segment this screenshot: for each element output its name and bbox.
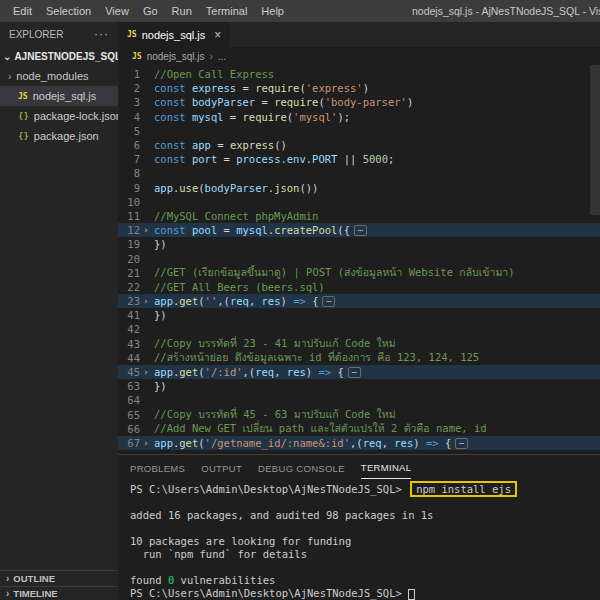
bottom-panel: PROBLEMS OUTPUT DEBUG CONSOLE TERMINAL P…: [118, 454, 600, 600]
gutter: 8: [118, 167, 152, 179]
close-tab-icon[interactable]: ×: [214, 28, 221, 42]
breadcrumb-symbol[interactable]: ...: [218, 51, 226, 62]
code-text: app.get('/getname_id/:name&:id',(req, re…: [152, 437, 468, 450]
outline-section-header[interactable]: › OUTLINE: [0, 570, 118, 586]
explorer-more-actions-icon[interactable]: ···: [94, 27, 109, 41]
explorer-sidebar: EXPLORER ··· ⌄ AJNESTNODEJS_SQL ›node_mo…: [0, 22, 118, 600]
highlight-annotation-box: npm install ejs: [410, 481, 517, 497]
file-item-nodejs_sql.js[interactable]: JSnodejs_sql.js: [0, 86, 118, 106]
file-label: node_modules: [16, 70, 88, 82]
menu-item-go[interactable]: Go: [136, 5, 165, 17]
file-item-node_modules[interactable]: ›node_modules: [0, 66, 118, 86]
chevron-down-icon: ⌄: [3, 51, 11, 62]
gutter: 21: [118, 267, 152, 279]
terminal-line: added 16 packages, and audited 98 packag…: [130, 509, 600, 522]
line-number: 5: [118, 125, 140, 137]
code-text: const bodyParser = require('body-parser'…: [152, 96, 413, 108]
terminal-text: vulnerabilities: [174, 574, 275, 586]
line-number: 22: [118, 281, 140, 293]
workspace-root-folder[interactable]: ⌄ AJNESTNODEJS_SQL: [0, 46, 118, 66]
gutter: 20: [118, 253, 152, 265]
timeline-section-header[interactable]: › TIMELINE: [0, 586, 118, 600]
tab-debug-console[interactable]: DEBUG CONSOLE: [258, 463, 345, 479]
timeline-label: TIMELINE: [13, 588, 57, 599]
gutter: 7: [118, 153, 152, 165]
gutter: 6: [118, 139, 152, 151]
code-line-41: 41}): [118, 308, 600, 322]
line-number: 21: [118, 267, 140, 279]
line-number: 10: [118, 196, 140, 208]
terminal-text: added 16 packages, and audited 98 packag…: [130, 509, 433, 521]
editor-scrollbar-thumb[interactable]: [590, 65, 600, 215]
fold-collapsed-icon[interactable]: ›: [140, 438, 152, 448]
line-number: 2: [118, 82, 140, 94]
menu-item-selection[interactable]: Selection: [39, 5, 98, 17]
gutter: 43: [118, 338, 152, 350]
file-item-package.json[interactable]: {}package.json: [0, 126, 118, 146]
code-line-10: 10: [118, 195, 600, 209]
tab-output[interactable]: OUTPUT: [201, 463, 242, 479]
code-editor[interactable]: 1//Open Call Express2const express = req…: [118, 65, 600, 454]
folded-code-ellipsis[interactable]: ⋯: [354, 225, 367, 236]
folded-code-ellipsis[interactable]: ⋯: [455, 438, 468, 449]
editor-group: JS nodejs_sql.js × JS nodejs_sql.js › ..…: [118, 22, 600, 600]
code-text: //สร้างหน้าย่อย ดึงข้อมูลเฉพาะ id ที่ต้อ…: [152, 349, 479, 366]
code-line-19: 19}): [118, 237, 600, 251]
code-line-66: 66//Add New GET เปลี่ยน path และใส่ตัวแป…: [118, 422, 600, 436]
terminal-cursor: [408, 589, 415, 600]
tab-terminal[interactable]: TERMINAL: [361, 462, 411, 479]
code-line-23: 23›app.get('',(req, res) => {⋯: [118, 294, 600, 308]
fold-collapsed-icon[interactable]: ›: [140, 296, 152, 306]
menu-item-edit[interactable]: Edit: [6, 5, 39, 17]
chevron-right-icon: ›: [6, 573, 9, 584]
js-file-icon: JS: [18, 92, 28, 101]
file-item-package-lock.json[interactable]: {}package-lock.json: [0, 106, 118, 126]
line-number: 3: [118, 96, 140, 108]
terminal-text: PS C:\Users\Admin\Desktop\AjNesTNodeJS_S…: [130, 483, 408, 495]
menu-item-terminal[interactable]: Terminal: [199, 5, 255, 17]
code-text: const port = process.env.PORT || 5000;: [152, 153, 394, 165]
code-line-8: 8: [118, 166, 600, 180]
code-line-5: 5: [118, 124, 600, 138]
js-file-icon: JS: [127, 30, 137, 39]
code-line-21: 21//GET (เรียกข้อมูลขึ้นมาดู) | POST (ส่…: [118, 266, 600, 280]
menu-item-run[interactable]: Run: [165, 5, 199, 17]
line-number: 45: [118, 366, 140, 378]
line-number: 63: [118, 380, 140, 392]
folded-code-ellipsis[interactable]: ⋯: [348, 367, 361, 378]
gutter: 44: [118, 352, 152, 364]
title-bar: Edit Selection View Go Run Terminal Help…: [0, 0, 600, 22]
line-number: 65: [118, 409, 140, 421]
fold-collapsed-icon[interactable]: ›: [140, 225, 152, 235]
breadcrumb-file[interactable]: nodejs_sql.js: [147, 51, 205, 62]
terminal-output[interactable]: PS C:\Users\Admin\Desktop\AjNesTNodeJS_S…: [118, 479, 600, 600]
code-line-1: 1//Open Call Express: [118, 67, 600, 81]
folded-code-ellipsis[interactable]: ⋯: [322, 296, 335, 307]
code-text: const app = express(): [152, 139, 287, 151]
breadcrumb[interactable]: JS nodejs_sql.js › ...: [118, 47, 600, 65]
line-number: 4: [118, 111, 140, 123]
workspace-root-label: AJNESTNODEJS_SQL: [14, 51, 118, 62]
menu-item-help[interactable]: Help: [254, 5, 291, 17]
gutter: 9: [118, 182, 152, 194]
terminal-text: 10 packages are looking for funding: [130, 535, 351, 547]
gutter: 45›: [118, 366, 152, 378]
terminal-line: [130, 496, 600, 509]
gutter: 63: [118, 380, 152, 392]
tab-nodejs-sql-js[interactable]: JS nodejs_sql.js ×: [118, 22, 230, 47]
gutter: 11: [118, 210, 152, 222]
code-line-67: 67›app.get('/getname_id/:name&:id',(req,…: [118, 436, 600, 450]
tab-problems[interactable]: PROBLEMS: [130, 463, 185, 479]
code-line-2: 2const express = require('express'): [118, 81, 600, 95]
line-number: 6: [118, 139, 140, 151]
gutter: 2: [118, 82, 152, 94]
terminal-line: run `npm fund` for details: [130, 548, 600, 561]
terminal-text: found: [130, 574, 168, 586]
gutter: 65: [118, 409, 152, 421]
menu-item-view[interactable]: View: [98, 5, 136, 17]
fold-collapsed-icon[interactable]: ›: [140, 367, 152, 377]
line-number: 11: [118, 210, 140, 222]
file-label: nodejs_sql.js: [33, 90, 97, 102]
json-file-icon: {}: [18, 131, 29, 141]
code-text: app.get('/:id',(req, res) => {⋯: [152, 366, 361, 379]
